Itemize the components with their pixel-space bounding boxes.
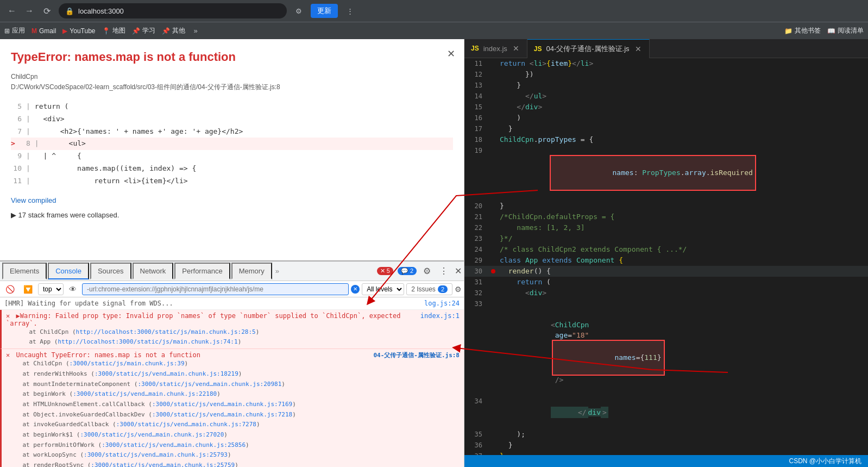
stack-8: at performUnitOfWork (:3000/static/js/ve… xyxy=(8,440,373,451)
editor-line-20: 20 } xyxy=(464,201,868,211)
close-tab-2[interactable]: ✕ xyxy=(634,43,643,54)
close-error-button[interactable]: ✕ xyxy=(447,48,455,60)
code-line-10: 10 | names.map((item, index) => { xyxy=(11,163,453,175)
menu-button[interactable]: ⋮ xyxy=(342,5,358,17)
tab-console[interactable]: Console xyxy=(48,263,89,279)
childcpn-link-2[interactable]: :3000/static/js/main.chunk.js:39 xyxy=(70,360,185,367)
devtools-more-button[interactable]: ⋮ xyxy=(437,264,450,278)
close-devtools-button[interactable]: ✕ xyxy=(455,266,462,276)
tab-memory[interactable]: Memory xyxy=(231,263,272,279)
tab-sources[interactable]: Sources xyxy=(90,263,131,279)
code-line-8: > 8 | <ul> xyxy=(11,138,453,150)
editor-line-22: 22 names: [1, 2, 3] xyxy=(464,222,868,233)
app-link-1[interactable]: http://localhost:3000/static/js/main.chu… xyxy=(58,338,237,345)
bookmark-learn[interactable]: 📌 学习 xyxy=(132,26,155,35)
apps-label: 应用 xyxy=(12,26,25,35)
tab-elements[interactable]: Elements xyxy=(2,263,47,279)
beginwork-link[interactable]: :3000/static/js/vend…main.chunk.js:22180 xyxy=(73,390,217,397)
update-button[interactable]: 更新 xyxy=(311,4,338,18)
editor-line-12: 12 }) xyxy=(464,69,868,80)
editor-line-15: 15 </div> xyxy=(464,102,868,113)
stack-frames[interactable]: ▶ 17 stack frames were collapsed. xyxy=(11,211,453,219)
reading-list-label: 阅读清单 xyxy=(838,26,864,35)
filter-toggle-button[interactable]: 🔽 xyxy=(20,283,36,296)
mount-link[interactable]: :3000/static/js/vend…main.chunk.js:20981 xyxy=(137,381,281,388)
editor-line-17: 17 } xyxy=(464,123,868,134)
render-link[interactable]: :3000/static/js/vend…main.chunk.js:18219 xyxy=(95,370,238,377)
code-line-11: 11 | return <li>{item}</li> xyxy=(11,175,453,188)
info-badge: 💬 2 xyxy=(398,267,417,275)
stack-9: at workLoopSync (:3000/static/js/vend…ma… xyxy=(8,450,373,460)
browser-chrome: ← → ⟳ 🔒 localhost:3000 ⚙ 更新 ⋮ xyxy=(0,0,868,22)
beginwork1-link[interactable]: :3000/static/js/vend…main.chunk.js:27020 xyxy=(80,431,224,438)
editor-line-11: 11 return <li>{item}</li> xyxy=(464,58,868,69)
tab-performance[interactable]: Performance xyxy=(174,263,230,279)
url-text: localhost:3000 xyxy=(78,7,124,15)
stack-0: at ChildCpn (:3000/static/js/main.chunk.… xyxy=(8,359,373,369)
breakpoint-dot xyxy=(491,269,495,273)
editor-line-33: 33 <ChildCpn age="18" names={111} /> xyxy=(464,298,868,396)
gmail-label: Gmail xyxy=(39,27,56,35)
issues-button[interactable]: 2 Issues 2 xyxy=(406,283,452,295)
error-file-link[interactable]: 04-父传子通信-属性验证.js:8 xyxy=(373,351,460,359)
bookmark-maps[interactable]: 📍 地图 xyxy=(102,26,125,35)
address-bar[interactable]: 🔒 localhost:3000 xyxy=(59,3,287,18)
console-settings-button[interactable]: ⚙ xyxy=(455,285,462,294)
view-compiled-link[interactable]: View compiled xyxy=(11,196,453,204)
info-count: 2 xyxy=(410,267,413,274)
status-text: CSDN @小小白学计算机 xyxy=(789,457,861,466)
code-line-5: 5 | return ( xyxy=(11,101,453,113)
hmr-link[interactable]: log.js:24 xyxy=(424,300,460,307)
warning-link[interactable]: index.js:1 xyxy=(420,312,460,320)
bookmark-gmail[interactable]: M Gmail xyxy=(32,27,56,35)
invoke-link[interactable]: :3000/static/js/vend…main.chunk.js:7278 xyxy=(116,421,256,428)
bookmark-youtube[interactable]: ▶ YouTube xyxy=(62,27,95,35)
extensions-button[interactable]: ⚙ xyxy=(291,5,306,17)
stack-1: at renderWithHooks (:3000/static/js/vend… xyxy=(8,369,373,379)
eye-button[interactable]: 👁 xyxy=(66,283,80,296)
back-button[interactable]: ← xyxy=(4,3,20,18)
bookmark-other[interactable]: 📌 其他 xyxy=(162,26,185,35)
context-selector[interactable]: top xyxy=(38,283,64,295)
editor-line-30: 30 render() { xyxy=(464,266,868,277)
status-bar: CSDN @小小白学计算机 xyxy=(464,455,868,467)
editor-line-16: 16 ) xyxy=(464,113,868,123)
editor-content[interactable]: 11 return <li>{item}</li> 12 }) 13 } xyxy=(464,58,868,455)
vscode-editor: JS index.js ✕ JS 04-父传子通信-属性验证.js ✕ 11 r… xyxy=(464,39,868,467)
childcpn-link-1[interactable]: http://localhost:3000/static/js/main.chu… xyxy=(76,328,256,335)
close-tab-1[interactable]: ✕ xyxy=(512,43,520,54)
tab-2-label: 04-父传子通信-属性验证.js xyxy=(546,44,629,54)
bookmark-apps[interactable]: ⊞ 应用 xyxy=(4,26,25,35)
other-bookmarks-label: 其他书签 xyxy=(795,26,821,35)
more-tabs-icon: » xyxy=(273,267,281,275)
devtools-tab-actions: ✕ 5 💬 2 ⚙ ⋮ ✕ xyxy=(377,264,462,278)
editor-line-21: 21 /*ChildCpn.defaultProps = { xyxy=(464,211,868,222)
editor-line-37: 37 } xyxy=(464,451,868,456)
tab-attr-verify[interactable]: JS 04-父传子通信-属性验证.js ✕ xyxy=(527,39,650,58)
invoke-dev-link[interactable]: :3000/static/js/vend…main.chunk.js:7218 xyxy=(152,411,292,418)
editor-line-19: 19 names: PropTypes.array.isRequired xyxy=(464,145,868,201)
clear-console-button[interactable]: 🚫 xyxy=(2,283,18,296)
devtools-settings-button[interactable]: ⚙ xyxy=(421,264,433,278)
tab-index-js[interactable]: JS index.js ✕ xyxy=(464,39,527,58)
callback-link[interactable]: :3000/static/js/vend…main.chunk.js:7169 xyxy=(152,401,292,408)
code-line-9: 9 | | ^ { xyxy=(11,150,453,163)
bookmarks-bar: ⊞ 应用 M Gmail ▶ YouTube 📍 地图 📌 学习 📌 其他 » … xyxy=(0,22,868,39)
code-editor: 11 return <li>{item}</li> 12 }) 13 } xyxy=(464,58,868,455)
tab-network[interactable]: Network xyxy=(133,263,174,279)
renderroot-link[interactable]: :3000/static/js/vend…main.chunk.js:25759 xyxy=(91,462,235,467)
forward-button[interactable]: → xyxy=(22,3,37,18)
reload-button[interactable]: ⟳ xyxy=(39,3,54,18)
clear-filter-icon[interactable]: ✕ xyxy=(351,285,360,294)
perform-link[interactable]: :3000/static/js/vend…main.chunk.js:25856 xyxy=(102,441,246,449)
console-output[interactable]: [HMR] Waiting for update signal from WDS… xyxy=(0,297,464,467)
filter-input[interactable] xyxy=(82,283,349,295)
error-component: ChildCpn xyxy=(11,73,453,80)
bookmark-other-bookmarks[interactable]: 📁 其他书签 xyxy=(784,26,821,35)
warning-stack-1: at ChildCpn (http://localhost:3000/stati… xyxy=(15,327,420,337)
workloop-link[interactable]: :3000/static/js/vend…main.chunk.js:25793 xyxy=(84,451,228,458)
warning-text: ▶Warning: Failed prop type: Invalid prop… xyxy=(6,312,400,327)
levels-selector[interactable]: All levels xyxy=(362,283,404,295)
code-line-6: 6 | <div> xyxy=(11,113,453,126)
bookmark-reading-list[interactable]: 📖 阅读清单 xyxy=(827,26,864,35)
